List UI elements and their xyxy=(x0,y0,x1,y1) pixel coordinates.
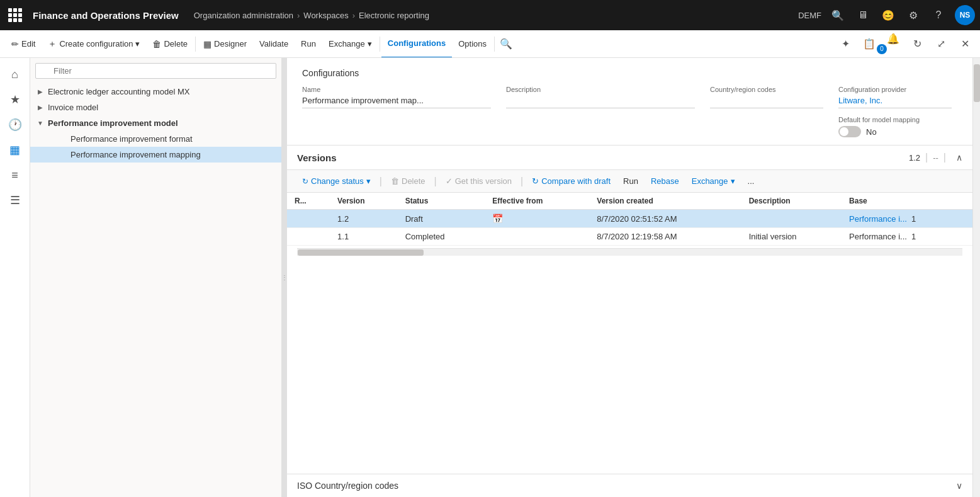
options-button[interactable]: Options xyxy=(452,30,493,58)
compare-draft-button[interactable]: ↻ Compare with draft xyxy=(527,174,616,188)
breadcrumb-workspaces[interactable]: Workspaces xyxy=(303,11,348,20)
breadcrumb-sep-1: › xyxy=(297,11,300,20)
configurations-button[interactable]: Configurations xyxy=(381,30,452,58)
notifications-button[interactable]: 🖥 xyxy=(854,6,872,24)
iso-chevron-icon: ∨ xyxy=(956,481,962,491)
designer-button[interactable]: ▦ Designer xyxy=(197,30,253,58)
view-button[interactable]: 📋 xyxy=(859,34,879,54)
help-button[interactable]: ? xyxy=(930,6,947,24)
versions-exchange-button[interactable]: Exchange ▾ xyxy=(687,174,740,188)
iso-title: ISO Country/region codes xyxy=(297,481,398,491)
tree-item-invoice-model[interactable]: ▶ Invoice model xyxy=(30,100,281,115)
home-icon-btn[interactable]: ⌂ xyxy=(4,63,26,86)
list-icon-btn[interactable]: ≡ xyxy=(4,164,26,186)
fullscreen-button[interactable]: ⤢ xyxy=(931,34,951,54)
tree-item-perf-format[interactable]: Performance improvement format xyxy=(30,131,281,147)
recent-icon-btn[interactable]: 🕐 xyxy=(4,113,26,136)
tree-item-perf-model[interactable]: ▼ Performance improvement model xyxy=(30,115,281,131)
versions-collapse-btn[interactable]: ∧ xyxy=(956,152,962,163)
top-nav: Finance and Operations Preview Organizat… xyxy=(0,0,980,30)
tree-search-area: 🔍 xyxy=(30,58,281,84)
versions-table-header: R... Version Status Effective from Versi… xyxy=(287,193,972,210)
table-row[interactable]: 1.2 Draft 📅 8/7/2020 02:51:52 AM Perform… xyxy=(287,210,972,228)
expand-icon-4 xyxy=(48,151,58,158)
cell-created-0: 8/7/2020 02:51:52 AM xyxy=(589,210,741,228)
tree-item-label-0: Electronic ledger accounting model MX xyxy=(48,87,189,96)
rebase-button[interactable]: Rebase xyxy=(646,174,684,188)
expand-icon-2[interactable]: ▼ xyxy=(35,120,45,127)
hamburger-icon-btn[interactable]: ☰ xyxy=(4,189,26,212)
more-button[interactable]: ... xyxy=(743,174,760,188)
change-status-chevron: ▾ xyxy=(366,176,371,186)
search-toolbar-button[interactable]: 🔍 xyxy=(496,34,516,54)
delete-button[interactable]: 🗑 Delete xyxy=(146,30,194,58)
versions-title: Versions xyxy=(297,152,337,163)
versions-table-wrap: R... Version Status Effective from Versi… xyxy=(287,193,972,474)
col-created: Version created xyxy=(589,193,741,210)
config-description-field: Description xyxy=(506,86,695,137)
versions-version: 1.2 xyxy=(909,153,920,163)
panel-splitter[interactable]: ⋮ xyxy=(282,58,287,497)
run-button[interactable]: Run xyxy=(295,30,322,58)
get-version-icon: ✓ xyxy=(446,176,453,186)
user-avatar[interactable]: NS xyxy=(955,5,975,25)
config-fields: Name Performance improvement map... Desc… xyxy=(302,86,957,137)
breadcrumb-electronic[interactable]: Electronic reporting xyxy=(359,11,429,20)
cell-desc-0 xyxy=(741,210,842,228)
personalize-button[interactable]: ✦ xyxy=(835,34,855,54)
versions-header: Versions 1.2 | -- | ∧ xyxy=(287,146,972,170)
expand-icon-1[interactable]: ▶ xyxy=(35,104,45,111)
versions-toolbar-sep3: | xyxy=(521,176,523,187)
cell-base-0: Performance i... 1 xyxy=(842,210,972,228)
vertical-scrollbar[interactable] xyxy=(972,58,980,497)
cell-r-1 xyxy=(287,228,330,246)
favorites-icon-btn[interactable]: ★ xyxy=(4,88,26,111)
config-provider-label: Configuration provider xyxy=(838,86,952,93)
env-label: DEMF xyxy=(798,11,821,20)
toolbar-right: ✦ 📋 🔔 0 ↻ ⤢ ✕ xyxy=(835,30,975,58)
settings-button[interactable]: ⚙ xyxy=(904,6,922,24)
mapping-toggle[interactable] xyxy=(838,126,861,137)
compare-draft-icon: ↻ xyxy=(532,176,539,186)
sidebar-icons: ⌂ ★ 🕐 ▦ ≡ ☰ xyxy=(0,58,30,497)
tree-item-label-2: Performance improvement model xyxy=(48,118,178,128)
expand-icon-0[interactable]: ▶ xyxy=(35,88,45,95)
grid-icon xyxy=(8,8,22,22)
horizontal-scrollbar[interactable] xyxy=(297,248,962,256)
base-link-0[interactable]: Performance i... xyxy=(849,214,907,224)
versions-delete-button[interactable]: 🗑 Delete xyxy=(386,174,431,188)
base-num-1: 1 xyxy=(911,232,916,241)
toolbar-sep-3 xyxy=(494,37,495,52)
change-status-button[interactable]: ↻ Change status ▾ xyxy=(297,174,376,188)
iso-section[interactable]: ISO Country/region codes ∨ xyxy=(287,474,972,497)
table-row[interactable]: 1.1 Completed 8/7/2020 12:19:58 AM Initi… xyxy=(287,228,972,246)
search-nav-button[interactable]: 🔍 xyxy=(829,6,847,24)
col-effective: Effective from xyxy=(485,193,589,210)
tree-filter-input[interactable] xyxy=(35,63,276,79)
col-status: Status xyxy=(398,193,485,210)
chat-button[interactable]: 😊 xyxy=(879,6,897,24)
breadcrumb-org[interactable]: Organization administration xyxy=(194,11,293,20)
grid-menu-button[interactable] xyxy=(5,5,25,25)
versions-run-button[interactable]: Run xyxy=(618,174,643,188)
exchange-button[interactable]: Exchange ▾ xyxy=(322,30,378,58)
validate-button[interactable]: Validate xyxy=(253,30,295,58)
calendar-icon[interactable]: 📅 xyxy=(492,214,503,224)
refresh-button[interactable]: ↻ xyxy=(907,34,927,54)
config-provider-field: Configuration provider Litware, Inc. Def… xyxy=(838,86,952,137)
config-country-label: Country/region codes xyxy=(710,86,823,93)
config-name-field: Name Performance improvement map... xyxy=(302,86,491,137)
close-button[interactable]: ✕ xyxy=(955,34,975,54)
versions-delete-icon: 🗑 xyxy=(391,176,399,186)
modules-icon-btn[interactable]: ▦ xyxy=(4,139,26,161)
get-version-button[interactable]: ✓ Get this version xyxy=(441,174,517,188)
mapping-toggle-label: No xyxy=(866,127,877,137)
tree-item-electronic-ledger[interactable]: ▶ Electronic ledger accounting model MX xyxy=(30,84,281,100)
create-config-button[interactable]: ＋ Create configuration ▾ xyxy=(42,30,146,58)
config-provider-value[interactable]: Litware, Inc. xyxy=(838,96,952,108)
edit-button[interactable]: ✏ Edit xyxy=(5,30,42,58)
cell-base-1: Performance i... 1 xyxy=(842,228,972,246)
toggle-wrap: No xyxy=(838,126,952,137)
tree-item-perf-mapping[interactable]: Performance improvement mapping xyxy=(30,147,281,163)
versions-panel: Versions 1.2 | -- | ∧ ↻ Change status ▾ … xyxy=(287,146,972,497)
